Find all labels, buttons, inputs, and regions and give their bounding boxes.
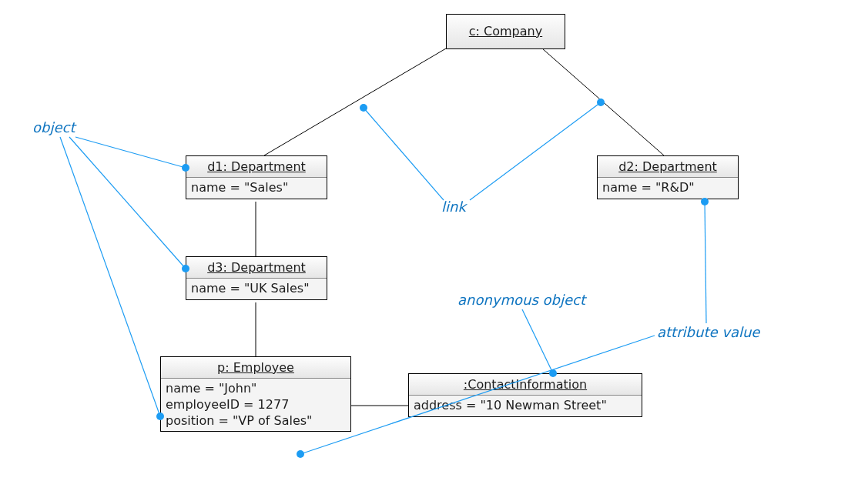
annotation-layer bbox=[0, 0, 868, 491]
object-contact-information: :ContactInformation address = "10 Newman… bbox=[408, 373, 642, 417]
annotation-attribute-value: attribute value bbox=[657, 324, 759, 340]
callout-anonymous-object bbox=[522, 309, 557, 377]
svg-line-15 bbox=[522, 309, 553, 373]
object-d1: d1: Department name = "Sales" bbox=[186, 155, 327, 199]
annotation-link: link bbox=[441, 199, 466, 215]
object-employee: p: Employee name = "John" employeeID = 1… bbox=[160, 356, 351, 432]
svg-line-7 bbox=[69, 137, 186, 269]
object-attr: position = "VP of Sales" bbox=[166, 413, 346, 429]
object-attr: name = "UK Sales" bbox=[191, 281, 322, 297]
svg-line-5 bbox=[75, 137, 186, 168]
svg-point-20 bbox=[297, 450, 304, 458]
object-company: c: Company bbox=[446, 14, 565, 49]
callout-attribute-value bbox=[297, 198, 709, 458]
svg-line-9 bbox=[60, 137, 160, 416]
svg-line-1 bbox=[542, 48, 664, 155]
annotation-object: object bbox=[32, 119, 75, 135]
object-title: :ContactInformation bbox=[464, 377, 587, 392]
object-title: c: Company bbox=[469, 24, 542, 38]
object-attr: name = "John" bbox=[166, 381, 346, 397]
object-d3: d3: Department name = "UK Sales" bbox=[186, 256, 327, 300]
object-title: d1: Department bbox=[207, 159, 306, 174]
svg-point-12 bbox=[360, 104, 367, 112]
callout-link bbox=[360, 99, 605, 200]
object-title: d3: Department bbox=[207, 260, 306, 275]
object-title: d2: Department bbox=[618, 159, 717, 174]
svg-line-11 bbox=[364, 108, 444, 200]
object-attr: address = "10 Newman Street" bbox=[414, 398, 637, 414]
svg-point-14 bbox=[597, 99, 605, 106]
svg-line-17 bbox=[705, 202, 706, 323]
object-d2: d2: Department name = "R&D" bbox=[597, 155, 739, 199]
svg-line-0 bbox=[264, 48, 446, 155]
object-attr: name = "R&D" bbox=[602, 180, 733, 196]
object-attr: employeeID = 1277 bbox=[166, 397, 346, 413]
link-layer bbox=[0, 0, 868, 491]
annotation-anonymous-object: anonymous object bbox=[457, 292, 585, 308]
svg-line-13 bbox=[470, 102, 601, 200]
object-title: p: Employee bbox=[217, 360, 294, 375]
object-attr: name = "Sales" bbox=[191, 180, 322, 196]
